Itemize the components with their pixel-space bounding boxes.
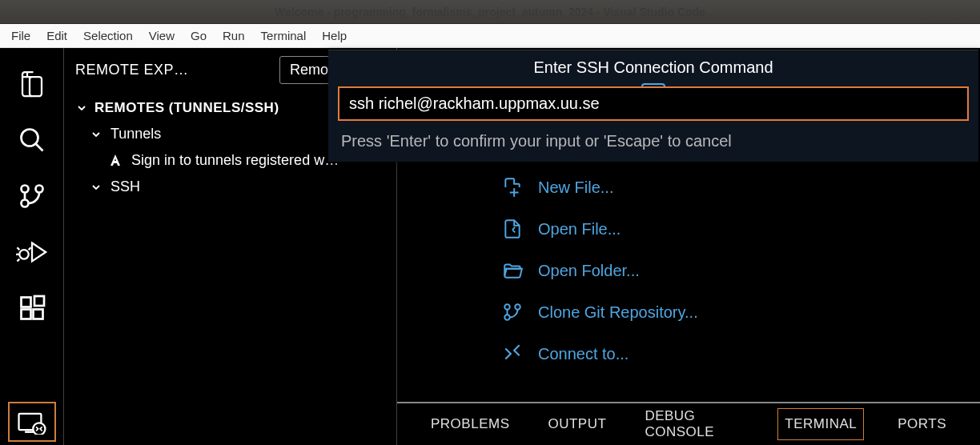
- svg-point-16: [33, 423, 45, 435]
- ssh-command-input[interactable]: [338, 86, 969, 121]
- svg-line-8: [17, 259, 19, 262]
- quick-input-widget: Enter SSH Connection Command Press 'Ente…: [328, 50, 978, 162]
- quick-input-title: Enter SSH Connection Command: [328, 50, 978, 83]
- welcome-action-label: Open File...: [538, 220, 621, 239]
- svg-rect-13: [34, 296, 44, 306]
- welcome-action-label: Open Folder...: [538, 262, 640, 280]
- chevron-down-icon: [90, 128, 102, 141]
- remote-connect-icon: [501, 343, 524, 365]
- menu-terminal[interactable]: Terminal: [253, 26, 315, 46]
- menu-run[interactable]: Run: [215, 26, 253, 46]
- menu-selection[interactable]: Selection: [75, 26, 141, 46]
- source-control-icon[interactable]: [8, 168, 56, 224]
- welcome-open-folder[interactable]: Open Folder...: [501, 259, 980, 282]
- remote-indicator[interactable]: [8, 402, 56, 442]
- welcome-action-label: New File...: [538, 178, 613, 197]
- welcome-open-file[interactable]: Open File...: [501, 218, 980, 240]
- welcome-connect-to[interactable]: Connect to...: [501, 343, 980, 365]
- svg-point-21: [504, 304, 510, 310]
- svg-point-20: [504, 315, 510, 320]
- svg-rect-11: [21, 310, 30, 319]
- svg-rect-10: [21, 298, 30, 307]
- panel-tabs: PROBLEMS OUTPUT DEBUG CONSOLE TERMINAL P…: [397, 402, 980, 445]
- tree-item-label: Tunnels: [110, 126, 161, 142]
- menu-file[interactable]: File: [3, 26, 38, 46]
- tab-output[interactable]: OUTPUT: [543, 408, 611, 440]
- chevron-down-icon: [75, 102, 88, 114]
- title-bar: Welcome - programming_formalisms_project…: [0, 0, 980, 24]
- tab-problems[interactable]: PROBLEMS: [426, 408, 514, 440]
- welcome-new-file[interactable]: New File...: [501, 176, 980, 198]
- open-file-icon: [501, 218, 524, 240]
- tab-terminal[interactable]: TERMINAL: [777, 408, 864, 440]
- menu-help[interactable]: Help: [314, 26, 355, 46]
- menu-go[interactable]: Go: [183, 26, 215, 46]
- svg-point-2: [35, 186, 42, 193]
- window-title: Welcome - programming_formalisms_project…: [275, 6, 705, 18]
- svg-point-4: [21, 186, 28, 193]
- quick-input-hint: Press 'Enter' to confirm your input or '…: [328, 127, 978, 162]
- menu-view[interactable]: View: [141, 26, 183, 46]
- welcome-action-label: Clone Git Repository...: [538, 303, 698, 322]
- search-icon[interactable]: [8, 112, 56, 168]
- tree-item-ssh[interactable]: SSH: [64, 174, 396, 200]
- run-debug-icon[interactable]: [8, 224, 56, 280]
- tree-section-label: REMOTES (TUNNELS/SSH): [94, 100, 279, 116]
- explorer-icon[interactable]: [8, 56, 56, 112]
- welcome-clone-repo[interactable]: Clone Git Repository...: [501, 301, 980, 323]
- tree-item-label: SSH: [110, 178, 140, 195]
- tree-item-label: Sign in to tunnels registered w…: [131, 152, 339, 169]
- tab-ports[interactable]: PORTS: [893, 408, 951, 440]
- svg-point-19: [515, 304, 520, 310]
- menu-bar: File Edit Selection View Go Run Terminal…: [0, 24, 980, 48]
- svg-line-6: [17, 247, 19, 250]
- svg-rect-12: [33, 310, 42, 319]
- tab-debug-console[interactable]: DEBUG CONSOLE: [640, 400, 749, 445]
- svg-point-3: [21, 200, 28, 207]
- new-file-icon: [501, 176, 524, 198]
- chevron-down-icon: [90, 181, 102, 194]
- open-folder-icon: [501, 259, 524, 282]
- menu-edit[interactable]: Edit: [38, 26, 75, 46]
- welcome-action-label: Connect to...: [538, 345, 629, 363]
- svg-point-0: [21, 130, 38, 146]
- azure-icon: [107, 153, 123, 169]
- svg-point-5: [19, 250, 28, 259]
- svg-line-1: [35, 144, 42, 151]
- activity-bar: [0, 48, 64, 445]
- svg-line-9: [28, 247, 30, 250]
- extensions-icon[interactable]: [8, 280, 56, 336]
- sidebar-title: REMOTE EXP…: [75, 62, 270, 78]
- spacer: [8, 336, 56, 402]
- git-clone-icon: [501, 301, 524, 323]
